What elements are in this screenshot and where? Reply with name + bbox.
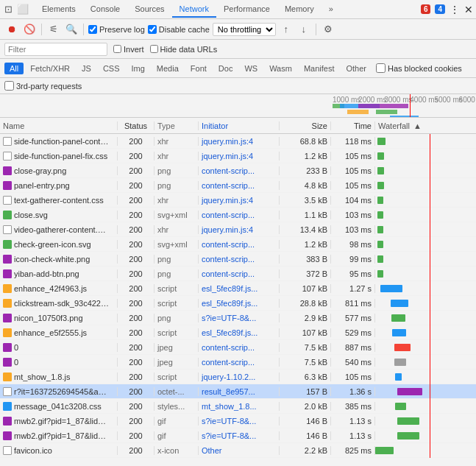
row-icon (3, 152, 12, 160)
table-row[interactable]: 0200jpegcontent-scrip...7.5 kB887 ms (0, 340, 476, 355)
record-btn[interactable]: ⏺ (4, 22, 19, 37)
type-other-btn[interactable]: Other (341, 63, 372, 74)
has-blocked-cookies[interactable]: Has blocked cookies (376, 63, 462, 73)
table-row[interactable]: close.svg200svg+xmlcontent-scrip...1.1 k… (0, 208, 476, 222)
type-wasm-btn[interactable]: Wasm (264, 63, 297, 74)
type-doc-btn[interactable]: Doc (213, 63, 238, 74)
row-icon (3, 181, 12, 190)
tab-more[interactable]: » (322, 1, 341, 18)
row-icon (3, 211, 12, 219)
tab-performance[interactable]: Performance (216, 1, 277, 18)
filter-toggle-btn[interactable]: ⚟ (46, 22, 61, 37)
inspect-icon[interactable]: ⊡ (3, 2, 14, 16)
type-img-btn[interactable]: Img (127, 63, 150, 74)
table-row[interactable]: panel-entry.png200pngcontent-scrip...4.8… (0, 178, 476, 193)
download-icon[interactable]: ↓ (296, 22, 311, 37)
waterfall-cell (375, 443, 476, 458)
row-icon (3, 343, 12, 352)
table-row[interactable]: video-gatherer-content.css200xhrjquery.m… (0, 222, 476, 237)
table-row[interactable]: message_041c3208.css200styles...mt_show_… (0, 399, 476, 414)
table-row[interactable]: enhance_e5f2555.js200scriptesl_5fec89f.j… (0, 325, 476, 340)
col-header-name[interactable]: Name (0, 121, 118, 130)
type-all-btn[interactable]: All (4, 63, 24, 74)
disable-cache-label[interactable]: Disable cache (148, 25, 210, 34)
type-xhr-btn[interactable]: Fetch/XHR (25, 63, 75, 74)
waterfall-bar (397, 432, 419, 439)
clear-btn[interactable]: 🚫 (22, 22, 37, 37)
invert-checkbox[interactable] (113, 45, 121, 53)
table-row[interactable]: side-function-panel-fix.css200xhrjquery.… (0, 149, 476, 163)
cell-name: enhance_e5f2555.js (0, 328, 118, 337)
waterfall-cell (375, 414, 476, 428)
table-row[interactable]: 0200jpegcontent-scrip...7.5 kB540 ms (0, 355, 476, 370)
search-btn[interactable]: 🔍 (64, 22, 79, 37)
table-row[interactable]: text-gatherer-content.css200xhrjquery.mi… (0, 193, 476, 208)
tab-sources[interactable]: Sources (127, 1, 171, 18)
waterfall-bar (377, 255, 383, 263)
type-css-btn[interactable]: CSS (98, 63, 125, 74)
tab-memory[interactable]: Memory (277, 1, 322, 18)
waterfall-bar (377, 211, 383, 219)
preserve-log-checkbox[interactable] (88, 25, 97, 34)
row-icon (3, 299, 12, 308)
table-row[interactable]: icon-check-white.png200pngcontent-scrip.… (0, 252, 476, 266)
type-js-btn[interactable]: JS (77, 63, 96, 74)
third-party-checkbox[interactable] (4, 81, 14, 91)
sort-arrow: ▲ (413, 121, 422, 130)
filter-input[interactable] (4, 43, 107, 56)
settings-btn[interactable]: ⚙ (321, 22, 335, 37)
waterfall-bar (397, 388, 422, 395)
cell-name: icon-check-white.png (0, 255, 118, 264)
hide-data-urls-label[interactable]: Hide data URLs (150, 45, 218, 54)
table-body: side-function-panel-content...200xhrjque… (0, 134, 476, 466)
type-media-btn[interactable]: Media (152, 63, 184, 74)
waterfall-bar (380, 285, 402, 292)
table-row[interactable]: side-function-panel-content...200xhrjque… (0, 134, 476, 149)
table-row[interactable]: yiban-add-btn.png200pngcontent-scrip...3… (0, 266, 476, 281)
type-bar: All Fetch/XHR JS CSS Img Media Font Doc … (0, 59, 476, 78)
col-header-waterfall[interactable]: Waterfall ▲ (375, 121, 476, 130)
throttle-select[interactable]: No throttling (213, 23, 276, 36)
tab-console[interactable]: Console (83, 1, 127, 18)
table-row[interactable]: close-gray.png200pngcontent-scrip...233 … (0, 163, 476, 178)
close-icon[interactable]: ✕ (464, 4, 473, 15)
table-row[interactable]: r?it=1637252694545&ak=a...200octet-...re… (0, 384, 476, 399)
waterfall-cell (375, 384, 476, 399)
col-header-status[interactable]: Status (118, 121, 154, 130)
settings-icon[interactable]: ⋮ (450, 4, 460, 15)
table-row[interactable]: favicon.ico200x-iconOther2.2 kB825 ms (0, 443, 476, 458)
table-row[interactable]: mt_show_1.8.js200scriptjquery-1.10.2...6… (0, 370, 476, 384)
waterfall-cell (375, 163, 476, 178)
col-header-type[interactable]: Type (154, 121, 199, 130)
tab-elements[interactable]: Elements (35, 1, 83, 18)
third-party-text: 3rd-party requests (16, 82, 82, 91)
disable-cache-checkbox[interactable] (148, 25, 157, 34)
col-header-size[interactable]: Size (280, 121, 331, 130)
type-manifest-btn[interactable]: Manifest (299, 63, 340, 74)
table-row[interactable]: enhance_42f4963.js200scriptesl_5fec89f.j… (0, 281, 476, 296)
table-row[interactable]: mwb2.gif?pid=1_87&lid=fff...200gifs?ie=U… (0, 414, 476, 428)
type-ws-btn[interactable]: WS (239, 63, 263, 74)
table-row[interactable]: clickstream-sdk_93c422e.js200scriptesl_5… (0, 296, 476, 311)
tab-network[interactable]: Network (172, 1, 216, 18)
col-header-initiator[interactable]: Initiator (199, 121, 280, 130)
third-party-label[interactable]: 3rd-party requests (4, 81, 82, 91)
table-row[interactable]: check-green-icon.svg200svg+xmlcontent-sc… (0, 237, 476, 252)
hide-data-urls-checkbox[interactable] (150, 45, 158, 53)
type-font-btn[interactable]: Font (185, 63, 212, 74)
device-icon[interactable]: ⬜ (15, 2, 30, 16)
table-row[interactable]: mwb2.gif?pid=1_87&lid=fff...200gifs?ie=U… (0, 428, 476, 443)
invert-text: Invert (124, 45, 144, 54)
upload-icon[interactable]: ↑ (279, 22, 294, 37)
col-header-time[interactable]: Time (331, 121, 375, 130)
row-icon (3, 373, 12, 381)
has-blocked-checkbox[interactable] (376, 63, 386, 73)
invert-label[interactable]: Invert (113, 45, 144, 54)
table-row[interactable]: nicon_10750f3.png200pngs?ie=UTF-8&...2.9… (0, 311, 476, 325)
timeline-header: 1000 ms 2000 ms 3000 ms 4000 ms 5000 ms … (0, 94, 476, 118)
cell-name: check-green-icon.svg (0, 240, 118, 249)
cell-name: mwb2.gif?pid=1_87&lid=fff... (0, 431, 118, 440)
preserve-log-label[interactable]: Preserve log (88, 25, 145, 34)
sep1 (41, 24, 42, 35)
row-icon (3, 402, 12, 411)
